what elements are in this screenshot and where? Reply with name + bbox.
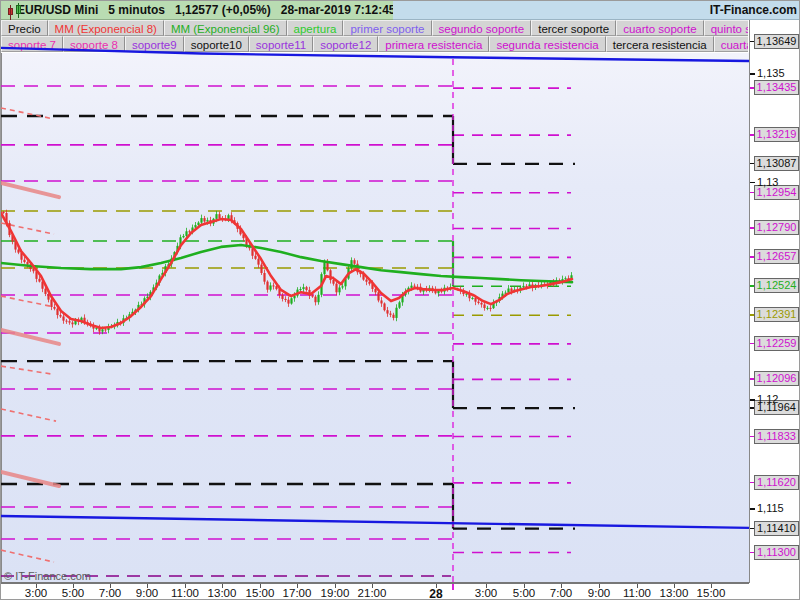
time-axis-label-3-00: 3:00 [25,587,47,599]
candle-body [287,300,289,304]
price-axis-tick [750,508,755,510]
candle-body [23,260,25,262]
time-axis-label-7-00: 7:00 [550,587,572,599]
price-level-label-1-11620: 1,11620 [754,475,799,490]
candle-body [284,299,286,300]
candle-body [341,286,343,287]
time-axis-label-19-00: 19:00 [321,587,350,599]
candle-body [53,307,55,309]
candle-body [317,295,319,302]
candle-body [260,265,262,273]
candle-body [398,302,400,307]
time-axis-label-5-00: 5:00 [62,587,84,599]
candle-body [302,287,304,289]
candle-body [305,287,307,290]
time-axis-label-15-00: 15:00 [246,587,275,599]
candle-body [474,298,476,302]
candle-body [203,218,205,221]
chart-window: EUR/USD Mini 5 minutos 1,12577 (+0,05%) … [0,0,800,600]
candle-body [290,298,292,303]
time-axis-label-15-00: 15:00 [697,587,726,599]
candle-body [335,284,337,293]
price-axis-label-1-12: 1,12 [757,393,778,406]
time-axis-label-7-00: 7:00 [99,587,121,599]
candle-body [570,275,572,278]
candle-body [56,309,58,315]
time-axis-label-5-00: 5:00 [513,587,535,599]
price-level-label-1-12096: 1,12096 [754,371,799,386]
candle-body [215,214,217,219]
day-separator-tick [452,584,454,590]
candle-body [480,303,482,305]
candle-body [200,218,202,223]
candle-body [38,279,40,282]
candle-body [269,285,271,289]
candle-body [266,282,268,290]
candle-body [486,308,488,309]
plot-background [1,53,749,583]
candle-body [263,273,265,282]
watermark: © IT-Finance.com [4,570,91,582]
candle-body [281,295,283,299]
price-axis[interactable]: 1,136491,134351,132191,130871,129541,127… [749,20,800,583]
candle-body [185,231,187,236]
candle-body [206,220,208,221]
candle-body [522,286,524,288]
candle-body [65,321,67,322]
price-chart-plot[interactable] [1,1,749,583]
time-axis-label-3-00: 3:00 [475,587,497,599]
candle-body [272,285,274,286]
price-axis-tick [750,399,755,401]
candle-body [59,315,61,316]
time-axis-label-9-00: 9:00 [136,587,158,599]
price-axis-label-1-13: 1,13 [757,176,778,189]
time-axis-label-17-00: 17:00 [283,587,312,599]
candle-body [413,286,415,287]
candle-body [564,278,566,279]
price-level-label-1-11300: 1,11300 [754,545,799,560]
candle-body [218,214,220,218]
price-level-label-1-12259: 1,12259 [754,336,799,351]
price-level-label-1-12524: 1,12524 [754,278,799,293]
candle-body [182,236,184,237]
candle-body [62,316,64,320]
price-level-label-1-12391: 1,12391 [754,307,799,322]
candle-body [380,300,382,303]
time-axis[interactable]: 3:005:007:009:0011:0013:0015:0017:0019:0… [1,583,749,600]
price-axis-label-1-115: 1,115 [757,502,784,515]
candle-body [254,256,256,259]
candle-body [374,289,376,292]
price-level-label-1-12790: 1,12790 [754,220,799,235]
price-level-label-1-12657: 1,12657 [754,249,799,264]
candle-body [257,259,259,265]
candle-body [377,292,379,300]
price-axis-tick [750,73,755,75]
time-axis-label-11-00: 11:00 [171,587,199,599]
candle-body [389,314,391,315]
candle-body [338,288,340,293]
candle-body [44,289,46,294]
candle-body [353,260,355,264]
candle-body [50,300,52,307]
price-level-label-1-13649: 1,13649 [754,34,799,49]
price-level-label-1-11410: 1,11410 [754,521,799,536]
time-axis-label-13-00: 13:00 [208,587,237,599]
candle-body [104,329,106,330]
candle-body [101,329,103,331]
candle-body [323,262,325,274]
price-level-label-1-11833: 1,11833 [754,429,799,444]
candle-body [410,286,412,288]
candle-body [68,321,70,322]
candle-body [392,315,394,318]
time-axis-label-13-00: 13:00 [660,587,689,599]
candle-body [299,289,301,290]
price-level-label-1-13219: 1,13219 [754,127,799,142]
candle-body [471,298,473,299]
candle-body [71,323,73,325]
price-axis-tick [750,182,755,184]
candle-body [365,280,367,282]
price-level-label-1-13435: 1,13435 [754,80,799,95]
candle-body [2,212,4,213]
price-axis-label-1-135: 1,135 [757,67,785,80]
candle-body [26,262,28,265]
